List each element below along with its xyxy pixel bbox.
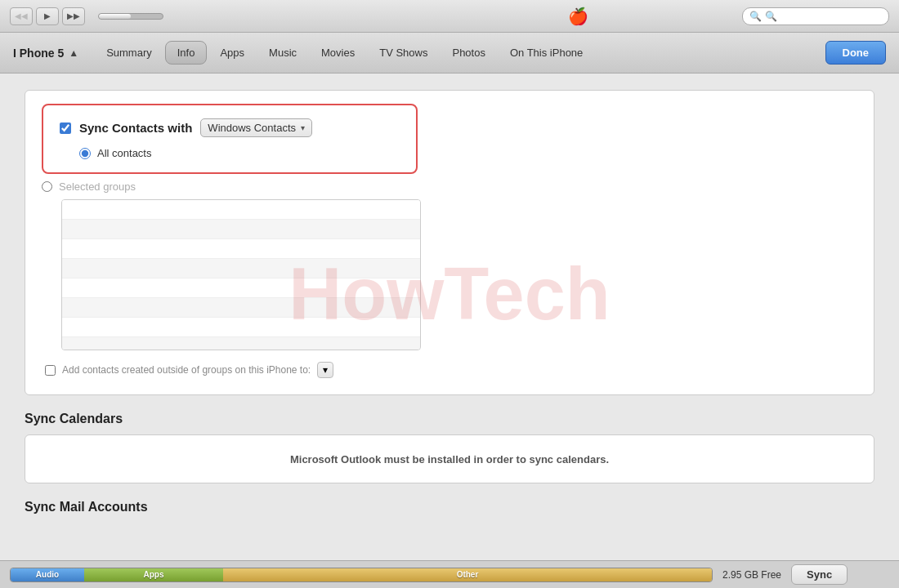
tab-tvshows[interactable]: TV Shows: [368, 42, 439, 64]
list-item: [62, 220, 420, 239]
outlook-info-box: Microsoft Outlook must be installed in o…: [25, 434, 874, 483]
play-button[interactable]: ▶: [36, 7, 59, 25]
sync-contacts-checkbox[interactable]: [60, 122, 71, 134]
progress-area: [98, 13, 414, 20]
selected-groups-option: Selected groups: [42, 180, 857, 193]
storage-other: Other: [223, 568, 712, 581]
playback-controls: ◀◀ ▶ ▶▶: [10, 7, 85, 25]
main-content: Sync Contacts with Windows Contacts ▾ Al…: [0, 74, 899, 560]
sync-contacts-header: Sync Contacts with Windows Contacts ▾: [60, 118, 400, 137]
tab-movies[interactable]: Movies: [310, 42, 366, 64]
tab-info[interactable]: Info: [165, 41, 208, 65]
add-contacts-row: Add contacts created outside of groups o…: [45, 362, 857, 378]
forward-button[interactable]: ▶▶: [62, 7, 85, 25]
add-contacts-checkbox[interactable]: [45, 365, 56, 376]
device-name-text: I Phone 5: [13, 47, 64, 60]
add-contacts-label: Add contacts created outside of groups o…: [62, 364, 311, 376]
sync-contacts-box: Sync Contacts with Windows Contacts ▾ Al…: [42, 104, 418, 174]
eject-icon[interactable]: ▲: [69, 47, 78, 59]
contacts-section: Sync Contacts with Windows Contacts ▾ Al…: [25, 90, 874, 395]
storage-free-label: 2.95 GB Free: [722, 569, 781, 581]
sync-contacts-dropdown[interactable]: Windows Contacts ▾: [200, 118, 312, 137]
list-item: [62, 278, 420, 298]
storage-segments: Audio Apps Other: [10, 568, 713, 582]
list-item: [62, 318, 420, 337]
device-name: I Phone 5 ▲: [13, 47, 78, 60]
all-contacts-radio[interactable]: [79, 148, 91, 159]
sync-calendars-title: Sync Calendars: [25, 412, 874, 426]
list-item: [62, 239, 420, 259]
tab-music[interactable]: Music: [257, 42, 308, 64]
storage-audio: Audio: [11, 568, 84, 581]
storage-apps: Apps: [84, 568, 223, 581]
sync-calendars-section: Sync Calendars Microsoft Outlook must be…: [25, 412, 874, 483]
tab-summary[interactable]: Summary: [95, 42, 163, 64]
all-contacts-option: All contacts: [79, 147, 400, 159]
outlook-message: Microsoft Outlook must be installed in o…: [290, 453, 609, 466]
tab-on-this-iphone[interactable]: On This iPhone: [499, 42, 594, 64]
sync-button[interactable]: Sync: [791, 564, 848, 585]
tab-apps[interactable]: Apps: [208, 42, 256, 64]
list-item: [62, 298, 420, 318]
chevron-down-icon: ▾: [301, 123, 305, 132]
list-item: [62, 337, 420, 350]
progress-bar-fill: [99, 14, 131, 19]
search-box[interactable]: 🔍: [742, 7, 889, 25]
apple-logo: 🍎: [420, 7, 736, 26]
storage-bar-container: Audio Apps Other 2.95 GB Free Sync: [0, 560, 899, 588]
sync-mail-section: Sync Mail Accounts: [25, 500, 874, 514]
sync-contacts-title: Sync Contacts with: [79, 121, 192, 135]
selected-groups-label: Selected groups: [59, 180, 136, 193]
selected-groups-section: Selected groups: [42, 180, 857, 350]
groups-list: [61, 199, 421, 350]
device-nav: I Phone 5 ▲ Summary Info Apps Music Movi…: [0, 33, 899, 74]
list-item: [62, 200, 420, 220]
toolbar: ◀◀ ▶ ▶▶ 🍎 🔍: [0, 0, 899, 33]
add-contacts-dropdown[interactable]: ▾: [317, 362, 333, 378]
sync-contacts-dropdown-label: Windows Contacts: [208, 122, 296, 134]
list-item: [62, 259, 420, 278]
back-button[interactable]: ◀◀: [10, 7, 33, 25]
done-button[interactable]: Done: [825, 41, 887, 65]
sync-mail-title: Sync Mail Accounts: [25, 500, 874, 514]
chevron-down-icon: ▾: [323, 364, 328, 376]
search-input[interactable]: [765, 11, 882, 22]
progress-bar-container: [98, 13, 163, 20]
selected-groups-radio[interactable]: [42, 181, 52, 192]
search-icon: 🔍: [749, 11, 762, 22]
nav-tabs: Summary Info Apps Music Movies TV Shows …: [95, 41, 825, 65]
all-contacts-label: All contacts: [97, 147, 151, 159]
tab-photos[interactable]: Photos: [441, 42, 496, 64]
